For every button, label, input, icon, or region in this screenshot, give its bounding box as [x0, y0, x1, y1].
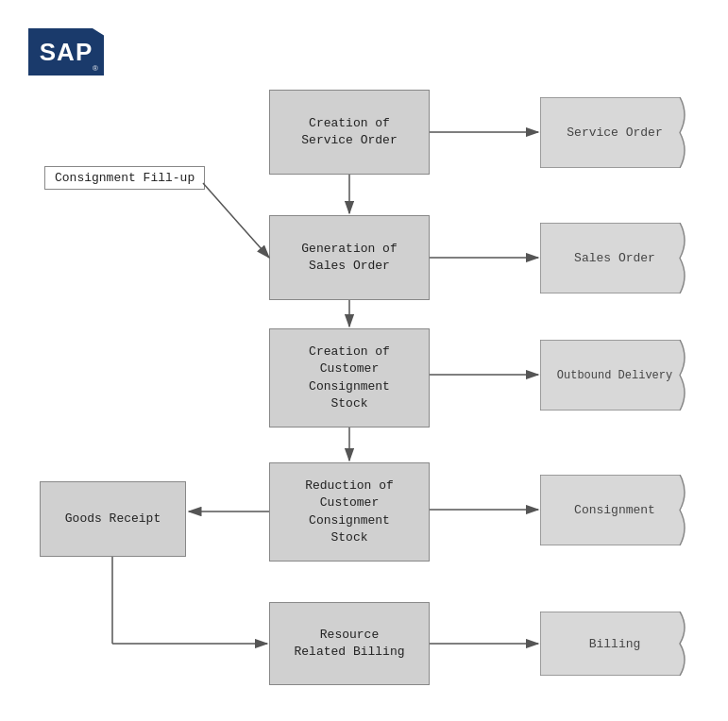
creation-service-order-box: Creation ofService Order: [269, 90, 430, 175]
reduction-consignment-box: Reduction ofCustomerConsignmentStock: [269, 462, 430, 562]
billing-doc: Billing: [540, 612, 689, 676]
goods-receipt-box: Goods Receipt: [40, 481, 186, 557]
creation-consignment-box: Creation ofCustomerConsignmentStock: [269, 328, 430, 428]
resource-billing-box: ResourceRelated Billing: [269, 602, 430, 685]
service-order-doc: Service Order: [540, 97, 689, 168]
sap-logo-text: SAP: [40, 38, 93, 67]
consignment-fillup-label: Consignment Fill-up: [44, 166, 205, 190]
sap-logo: SAP ®: [28, 28, 104, 75]
sap-registered: ®: [93, 64, 98, 73]
sales-order-doc: Sales Order: [540, 223, 689, 293]
svg-line-13: [203, 183, 269, 258]
generation-sales-order-box: Generation ofSales Order: [269, 215, 430, 300]
consignment-doc: Consignment: [540, 475, 689, 545]
outbound-delivery-doc: Outbound Delivery: [540, 340, 689, 411]
